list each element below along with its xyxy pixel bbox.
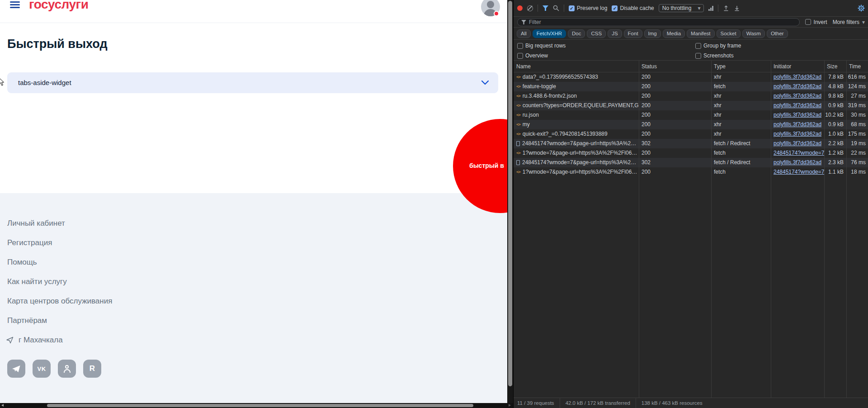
group-by-frame-toggle[interactable]: Group by frame xyxy=(695,43,741,49)
invert-checkbox[interactable] xyxy=(805,19,811,25)
footer-link[interactable]: Партнёрам xyxy=(7,316,112,325)
filter-chip-socket[interactable]: Socket xyxy=(717,29,741,38)
network-request-row[interactable]: 24845174?wmode=7&page-url=https%3A%2…302… xyxy=(514,139,868,148)
menu-icon[interactable] xyxy=(10,1,20,9)
initiator-link[interactable]: polyfills.3f7dd362ad xyxy=(774,159,821,166)
ok-button[interactable] xyxy=(58,360,76,378)
quick-exit-label: быстрый в xyxy=(469,162,504,169)
network-request-row[interactable]: <>1?wmode=7&page-url=https%3A%2F%2Fl06…2… xyxy=(514,148,868,158)
vertical-scrollbar-thumb[interactable] xyxy=(508,1,512,386)
import-har-icon[interactable] xyxy=(723,5,729,11)
requests-table-body: <>data?_=0.17359956525574383200xhrpolyfi… xyxy=(514,72,868,177)
column-separator[interactable] xyxy=(711,61,712,398)
site-logo[interactable]: госуслуги xyxy=(29,0,88,12)
site-header: госуслуги xyxy=(0,0,507,23)
footer-link[interactable]: Регистрация xyxy=(7,238,112,247)
footer-link[interactable]: Карта центров обслуживания xyxy=(7,297,112,306)
network-request-row[interactable]: <>feature-toggle200fetchpolyfills.3f7dd3… xyxy=(514,82,868,91)
filter-chip-media[interactable]: Media xyxy=(663,29,685,38)
request-status: 302 xyxy=(639,158,711,167)
location-row[interactable]: г Махачкала xyxy=(6,336,63,345)
column-header-initiator[interactable]: Initiator xyxy=(771,61,824,72)
overview-checkbox[interactable] xyxy=(517,53,523,59)
filter-chip-wasm[interactable]: Wasm xyxy=(742,29,765,38)
big-request-rows-checkbox[interactable] xyxy=(517,43,523,49)
export-har-icon[interactable] xyxy=(734,5,740,11)
scroll-left-arrow-icon[interactable] xyxy=(1,404,4,407)
initiator-link[interactable]: polyfills.3f7dd362ad xyxy=(774,93,821,99)
column-separator[interactable] xyxy=(846,61,847,398)
throttling-select[interactable]: No throttling xyxy=(659,4,704,12)
overview-toggle[interactable]: Overview xyxy=(517,52,548,59)
vertical-scrollbar[interactable] xyxy=(507,0,513,403)
screenshots-toggle[interactable]: Screenshots xyxy=(695,52,734,59)
network-request-row[interactable]: <>1?wmode=7&page-url=https%3A%2F%2Fl06…2… xyxy=(514,167,868,177)
network-request-row[interactable]: <>quick-exit?_=0.7942081451393889200xhrp… xyxy=(514,129,868,139)
initiator-link[interactable]: polyfills.3f7dd362ad xyxy=(774,140,821,147)
screenshots-checkbox[interactable] xyxy=(695,53,701,59)
column-header-name[interactable]: Name xyxy=(514,61,639,72)
group-by-frame-checkbox[interactable] xyxy=(695,43,701,49)
filter-chip-fetch-xhr[interactable]: Fetch/XHR xyxy=(533,29,566,38)
network-request-row[interactable]: <>ru.json200xhrpolyfills.3f7dd362ad10.2 … xyxy=(514,110,868,120)
preserve-log-checkbox[interactable] xyxy=(569,5,575,11)
record-icon[interactable] xyxy=(517,5,523,11)
rutube-button[interactable]: R xyxy=(83,360,101,378)
initiator-link[interactable]: polyfills.3f7dd362ad xyxy=(774,121,821,128)
rutube-icon: R xyxy=(90,364,95,373)
network-request-row[interactable]: <>data?_=0.17359956525574383200xhrpolyfi… xyxy=(514,72,868,82)
scroll-right-arrow-icon[interactable] xyxy=(509,404,511,407)
column-header-status[interactable]: Status xyxy=(639,61,711,72)
clear-icon[interactable] xyxy=(527,5,533,11)
footer-link[interactable]: Как найти услугу xyxy=(7,277,112,286)
column-separator[interactable] xyxy=(771,61,771,398)
gear-icon[interactable] xyxy=(858,5,865,12)
filter-chip-all[interactable]: All xyxy=(517,29,531,38)
initiator-link[interactable]: polyfills.3f7dd362ad xyxy=(774,83,821,90)
filter-chip-other[interactable]: Other xyxy=(767,29,788,38)
network-request-row[interactable]: <>my200xhrpolyfills.3f7dd362ad0.9 kB68 m… xyxy=(514,120,868,129)
filter-chip-js[interactable]: JS xyxy=(608,29,622,38)
preserve-log-toggle[interactable]: Preserve log xyxy=(569,5,607,11)
filter-chip-manifest[interactable]: Manifest xyxy=(687,29,714,38)
filter-funnel-icon[interactable] xyxy=(542,5,548,11)
column-header-time[interactable]: Time xyxy=(846,61,868,72)
initiator-link[interactable]: polyfills.3f7dd362ad xyxy=(774,131,821,137)
horizontal-scrollbar[interactable] xyxy=(0,403,513,408)
big-request-rows-toggle[interactable]: Big request rows xyxy=(517,43,566,49)
filter-chip-img[interactable]: Img xyxy=(644,29,661,38)
vk-button[interactable]: VK xyxy=(33,360,51,378)
initiator-link[interactable]: 24845174?wmode=7… xyxy=(774,150,824,156)
request-time: 30 ms xyxy=(846,110,868,120)
horizontal-scrollbar-thumb[interactable] xyxy=(47,404,473,407)
telegram-icon xyxy=(12,365,21,373)
disable-cache-checkbox[interactable] xyxy=(612,5,618,11)
column-header-size[interactable]: Size xyxy=(824,61,846,72)
network-request-row[interactable]: 24845174?wmode=7&page-url=https%3A%2…302… xyxy=(514,158,868,167)
search-icon[interactable] xyxy=(553,5,559,11)
code-icon: <> xyxy=(516,91,520,101)
initiator-link[interactable]: polyfills.3f7dd362ad xyxy=(774,74,821,80)
disable-cache-toggle[interactable]: Disable cache xyxy=(612,5,654,11)
invert-toggle[interactable]: Invert xyxy=(805,19,827,25)
network-conditions-icon[interactable] xyxy=(708,6,713,11)
filter-chip-font[interactable]: Font xyxy=(624,29,642,38)
filter-chip-doc[interactable]: Doc xyxy=(568,29,585,38)
devtools-panel: Preserve log Disable cache No throttling xyxy=(513,0,868,408)
tabs-aside-widget[interactable]: tabs-aside-widget xyxy=(7,72,498,93)
filter-chip-css[interactable]: CSS xyxy=(587,29,606,38)
network-request-row[interactable]: <>counters?types=ORDER,EQUEUE,PAYMENT,GE… xyxy=(514,101,868,110)
filter-input[interactable]: Filter xyxy=(517,18,800,26)
network-request-row[interactable]: <>ru.3.488.6-frontv2.json200xhrpolyfills… xyxy=(514,91,868,101)
column-separator[interactable] xyxy=(639,61,639,398)
initiator-link[interactable]: 24845174?wmode=7… xyxy=(774,169,824,175)
column-header-type[interactable]: Type xyxy=(711,61,771,72)
column-separator[interactable] xyxy=(824,61,825,398)
request-status: 200 xyxy=(639,148,711,158)
initiator-link[interactable]: polyfills.3f7dd362ad xyxy=(774,102,821,109)
footer-link[interactable]: Помощь xyxy=(7,258,112,267)
telegram-button[interactable] xyxy=(7,360,25,378)
footer-link[interactable]: Личный кабинет xyxy=(7,219,112,228)
initiator-link[interactable]: polyfills.3f7dd362ad xyxy=(774,112,821,118)
more-filters-button[interactable]: More filters xyxy=(833,19,865,25)
